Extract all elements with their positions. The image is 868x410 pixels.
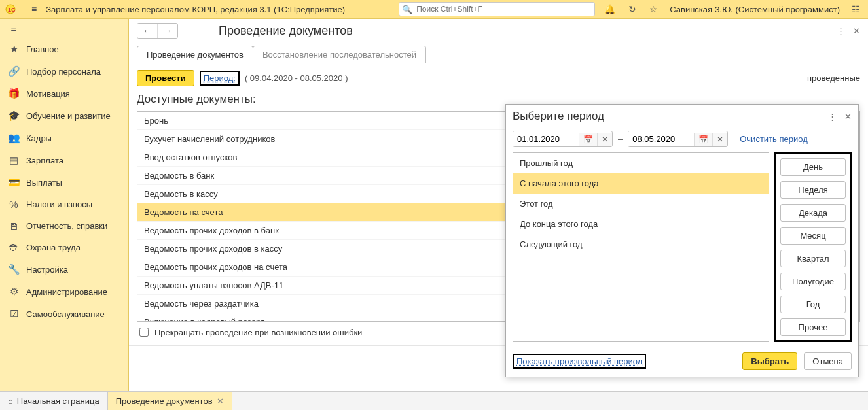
date-from-group: 📅 ✕ [513, 131, 613, 147]
bottom-tab[interactable]: ⌂Начальная страница [0, 392, 108, 410]
logo-1c: 1С [4, 3, 22, 16]
tab[interactable]: Восстановление последовательностей [253, 46, 426, 63]
menu-icon[interactable]: ≡ [27, 3, 41, 16]
preset-row[interactable]: Этот год [513, 194, 769, 214]
date-from-clear-icon[interactable]: ✕ [597, 133, 612, 146]
sidebar-item[interactable]: %Налоги и взносы [0, 194, 128, 215]
sidebar-item[interactable]: 🔧Настройка [0, 258, 128, 281]
bottom-tab-label: Начальная страница [17, 396, 99, 406]
dialog-close-icon[interactable]: ✕ [844, 112, 852, 122]
content-header: ← → Проведение документов ⋮ ✕ [129, 19, 868, 39]
window-settings-icon[interactable]: ☷ [848, 3, 864, 16]
sidebar-item-icon: % [8, 199, 20, 210]
toolbar: Провести Период: ( 09.04.2020 - 08.05.20… [129, 63, 868, 90]
nav-forward-button[interactable]: → [157, 24, 177, 38]
sidebar-item[interactable]: ★Главное [0, 38, 128, 60]
search-input[interactable] [415, 4, 592, 14]
arbitrary-period-link[interactable]: Показать произвольный период [516, 356, 642, 366]
nav-buttons: ← → [137, 23, 178, 39]
period-link[interactable]: Период: [204, 73, 236, 83]
sidebar-item-label: Самообслуживание [26, 309, 105, 319]
sidebar-item-label: Мотивация [26, 89, 70, 99]
bell-icon[interactable]: 🔔 [600, 3, 619, 16]
date-to-clear-icon[interactable]: ✕ [712, 133, 727, 146]
page-title: Проведение документов [186, 24, 353, 38]
history-icon[interactable]: ↻ [624, 3, 640, 16]
sidebar-item[interactable]: 🔗Подбор персонала [0, 60, 128, 82]
quick-button[interactable]: Квартал [780, 250, 846, 267]
dash: – [618, 134, 623, 144]
sidebar-item[interactable]: 👥Кадры [0, 127, 128, 149]
dialog-header: Выберите период ⋮ ✕ [506, 105, 858, 128]
sidebar-item[interactable]: ▤Зарплата [0, 149, 128, 171]
period-link-box: Период: [200, 71, 240, 86]
preset-row[interactable]: Прошлый год [513, 153, 769, 173]
svg-text:1С: 1С [8, 7, 16, 13]
preset-row[interactable]: До конца этого года [513, 214, 769, 234]
preset-row[interactable]: С начала этого года [513, 173, 769, 194]
toolbar-trailing-text: проведенные [807, 73, 860, 83]
bottom-tab[interactable]: Проведение документов✕ [108, 392, 232, 410]
date-to-input[interactable] [628, 131, 694, 146]
sidebar-item-icon: 💳 [8, 177, 20, 188]
presets-list[interactable]: Прошлый годС начала этого годаЭтот годДо… [513, 152, 769, 342]
sidebar-item[interactable]: ⚙Администрирование [0, 281, 128, 303]
run-button[interactable]: Провести [137, 70, 194, 86]
sidebar-item-icon: ▤ [8, 154, 20, 166]
sidebar-item-label: Главное [26, 44, 59, 54]
select-button[interactable]: Выбрать [742, 352, 797, 370]
sidebar-item[interactable]: 🎁Мотивация [0, 82, 128, 105]
bottom-tab-icon: ⌂ [8, 396, 13, 406]
sidebar-item-label: Охрана труда [26, 243, 81, 252]
bottom-tab-close-icon[interactable]: ✕ [217, 396, 224, 406]
sidebar-item-label: Налоги и взносы [26, 199, 92, 209]
stop-on-error-label: Прекращать проведение при возникновении … [154, 328, 362, 337]
period-range-text: ( 09.04.2020 - 08.05.2020 ) [245, 73, 348, 83]
tab[interactable]: Проведение документов [137, 46, 253, 63]
sidebar-item[interactable]: 💳Выплаты [0, 171, 128, 194]
quick-button[interactable]: Год [780, 296, 846, 313]
sidebar-item[interactable]: 🗎Отчетность, справки [0, 215, 128, 237]
quick-button[interactable]: День [780, 158, 846, 176]
quick-button[interactable]: Декада [780, 204, 846, 222]
sidebar-toggle[interactable]: ≡ [0, 19, 128, 38]
sidebar-item-label: Зарплата [26, 156, 63, 165]
quick-buttons: ДеньНеделяДекадаМесяцКварталПолугодиеГод… [774, 152, 852, 342]
quick-button[interactable]: Месяц [780, 227, 846, 245]
arbitrary-period-box: Показать произвольный период [513, 354, 646, 369]
sidebar-item-label: Отчетность, справки [26, 221, 107, 231]
sidebar-item-icon: ⛑ [8, 242, 20, 253]
quick-button[interactable]: Полугодие [780, 273, 846, 290]
cancel-button[interactable]: Отмена [804, 352, 852, 370]
page-close-icon[interactable]: ✕ [853, 26, 860, 36]
quick-button[interactable]: Неделя [780, 181, 846, 199]
app-title: Зарплата и управление персоналом КОРП, р… [46, 5, 345, 14]
preset-row[interactable]: Следующий год [513, 234, 769, 254]
nav-back-button[interactable]: ← [137, 24, 157, 38]
sidebar-item[interactable]: ⛑Охрана труда [0, 237, 128, 258]
sidebar-item-label: Администрирование [26, 287, 107, 297]
date-to-calendar-icon[interactable]: 📅 [694, 133, 712, 146]
content-area: ← → Проведение документов ⋮ ✕ Проведение… [129, 19, 868, 391]
sidebar-item[interactable]: 🎓Обучение и развитие [0, 105, 128, 127]
stop-on-error-checkbox[interactable] [139, 328, 149, 337]
period-dialog: Выберите период ⋮ ✕ 📅 ✕ – 📅 [505, 104, 859, 377]
tabstrip: Проведение документовВосстановление посл… [137, 45, 860, 63]
dialog-more-icon[interactable]: ⋮ [828, 112, 837, 122]
clear-period-link[interactable]: Очистить период [740, 134, 808, 144]
global-search[interactable]: 🔍 [399, 2, 595, 16]
sidebar-item[interactable]: ☑Самообслуживание [0, 303, 128, 325]
quick-button[interactable]: Прочее [780, 318, 846, 336]
date-from-input[interactable] [513, 131, 579, 146]
dialog-footer: Показать произвольный период Выбрать Отм… [506, 347, 858, 377]
sidebar-item-icon: 🗎 [8, 220, 20, 231]
page-more-icon[interactable]: ⋮ [837, 26, 845, 36]
sidebar-item-label: Настройка [26, 265, 68, 275]
date-to-group: 📅 ✕ [628, 131, 728, 147]
date-from-calendar-icon[interactable]: 📅 [579, 133, 597, 146]
user-label[interactable]: Савинская З.Ю. (Системный программист) [667, 5, 842, 14]
bottom-tab-label: Проведение документов [116, 396, 213, 406]
sidebar-item-icon: ⚙ [8, 286, 20, 298]
star-icon[interactable]: ☆ [645, 3, 662, 16]
dialog-title: Выберите период [513, 110, 604, 123]
